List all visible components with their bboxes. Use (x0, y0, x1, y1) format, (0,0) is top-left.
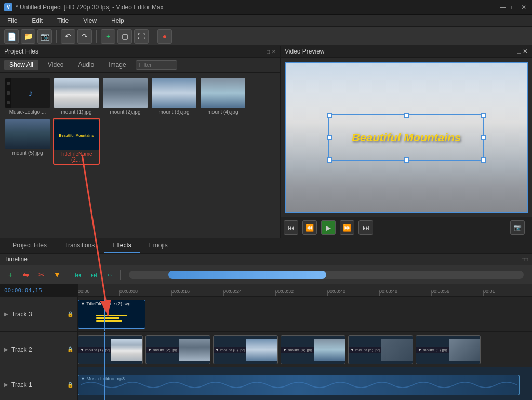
track-2-clip-1[interactable]: ▼ mount (1).jpg (78, 335, 143, 364)
track-2-expand[interactable]: ▶ (4, 346, 8, 352)
project-files-panel: Project Files □ ✕ Show All Video Audio I… (0, 46, 281, 238)
track-3-title-clip[interactable]: ▼ TitleFileName (2).svg (78, 300, 145, 329)
ruler-tick-40 (327, 292, 328, 296)
track-1-expand[interactable]: ▶ (4, 382, 8, 388)
menu-view[interactable]: View (80, 16, 100, 25)
close-button[interactable]: ✕ (520, 3, 528, 11)
fast-forward-button[interactable]: ⏩ (340, 220, 354, 235)
file-item-mount1[interactable]: mount (1).jpg (53, 77, 100, 116)
browse-button[interactable]: 📷 (37, 29, 52, 44)
open-button[interactable]: 📁 (21, 29, 35, 44)
track-2-clip-4[interactable]: ▼ mount (4).jpg (281, 335, 345, 364)
file-item-mount3[interactable]: mount (3).jpg (151, 77, 197, 116)
timecode-text: 00:00:04,15 (4, 287, 42, 294)
title-line-1 (96, 315, 127, 316)
handle-mid-right[interactable] (481, 135, 486, 140)
clip-6-name: mount (1).jpg (423, 348, 447, 352)
filter-button[interactable]: ▼ (51, 269, 63, 281)
panel-close-icon[interactable]: ✕ (272, 49, 276, 55)
track-3-expand[interactable]: ▶ (4, 311, 8, 317)
title-line-2 (96, 317, 119, 319)
track-2-clip-2[interactable]: ▼ mount (2).jpg (145, 335, 210, 364)
file-item-mount4[interactable]: mount (4).jpg (200, 77, 246, 116)
timeline-zoom-bar[interactable] (129, 271, 524, 279)
toolbar-separator-1 (56, 30, 57, 43)
track-2-clip-3[interactable]: ▼ mount (3).jpg (213, 335, 278, 364)
handle-bot-center[interactable] (404, 157, 409, 163)
tab-project-files[interactable]: Project Files (4, 238, 55, 253)
undo-button[interactable]: ↶ (61, 29, 75, 44)
skip-to-end-button[interactable]: ⏭ (358, 220, 373, 235)
handle-bot-left[interactable] (327, 157, 332, 163)
window-controls: — □ ✕ (499, 3, 528, 11)
tab-emojis[interactable]: Emojis (141, 238, 176, 253)
track-2-clip-6[interactable]: ▼ mount (1).jpg (416, 335, 481, 364)
redo-button[interactable]: ↷ (77, 29, 92, 44)
menu-help[interactable]: Help (108, 16, 127, 25)
tab-video[interactable]: Video (43, 60, 69, 70)
file-item-mount5[interactable]: mount (5).jpg (4, 118, 51, 165)
ruler-tick-16 (171, 292, 172, 296)
track-2-content[interactable]: ▼ mount (1).jpg ▼ mount (2).jpg ▼ mo (78, 332, 532, 367)
ruler-tick-8 (119, 292, 120, 296)
rewind-button[interactable]: ⏪ (302, 220, 317, 235)
tab-effects[interactable]: Effects (104, 238, 139, 253)
menu-file[interactable]: File (4, 16, 20, 25)
track-2-lock[interactable]: 🔒 (67, 346, 73, 352)
menu-edit[interactable]: Edit (29, 16, 46, 25)
clip-6-arrow: ▼ (418, 348, 422, 352)
handle-top-right[interactable] (481, 113, 486, 118)
cut-button[interactable]: ✂ (35, 269, 48, 281)
preview-selection-box[interactable] (328, 114, 484, 161)
track-1-lock[interactable]: 🔒 (67, 382, 73, 388)
handle-bot-right[interactable] (481, 157, 486, 163)
menu-title[interactable]: Title (54, 16, 72, 25)
skip-start-button[interactable]: ⏮ (72, 269, 85, 281)
split-button[interactable]: ↔ (103, 269, 116, 281)
handle-mid-left[interactable] (327, 135, 332, 140)
clip-6-body (449, 339, 480, 361)
preview-close-icon[interactable]: ✕ (523, 48, 528, 55)
clip-1-name: mount (1).jpg (85, 348, 110, 352)
ripple-button[interactable]: ⇋ (20, 269, 32, 281)
timeline-expand-icon[interactable]: □□ (522, 257, 528, 262)
new-button[interactable]: 📄 (4, 29, 19, 44)
play-button[interactable]: ▶ (321, 220, 336, 235)
panel-expand-icon[interactable]: □ (267, 49, 270, 55)
snapshot-button[interactable]: 📷 (510, 220, 525, 235)
add-media-button[interactable]: + (101, 29, 115, 44)
skip-end-button[interactable]: ⏭ (88, 269, 100, 281)
video-preview-panel: Video Preview □ ✕ Beautiful Mountains (281, 46, 532, 238)
file-item-music[interactable]: ♪ Music-Letitgo.... (4, 77, 51, 116)
fullscreen-button[interactable]: ⛶ (134, 29, 149, 44)
maximize-button[interactable]: □ (509, 3, 517, 11)
ruler-time-40: 00:00:40 (327, 289, 345, 294)
storyboard-button[interactable]: ▢ (117, 29, 132, 44)
file-item-title[interactable]: Beautiful Mountains TitleFileName (2.... (53, 118, 100, 165)
preview-expand-icon[interactable]: □ (517, 48, 521, 55)
tab-image[interactable]: Image (103, 60, 131, 70)
skip-to-start-button[interactable]: ⏮ (284, 220, 298, 235)
ruler-tick-0 (78, 292, 78, 296)
track-1-content[interactable]: ▼ Music-Letitno.mp3 (78, 367, 532, 400)
file-item-mount2[interactable]: mount (2).jpg (102, 77, 149, 116)
minimize-button[interactable]: — (499, 3, 507, 11)
track-3-lock[interactable]: 🔒 (67, 311, 73, 317)
record-button[interactable]: ● (157, 29, 172, 44)
clip-6-title: ▼ mount (1).jpg (416, 347, 449, 353)
tab-audio[interactable]: Audio (73, 60, 100, 70)
tab-transitions[interactable]: Transitions (56, 238, 103, 253)
track-1-audio-clip[interactable]: ▼ Music-Letitno.mp3 (78, 375, 520, 395)
add-clip-button[interactable]: + (4, 269, 17, 281)
track-3-content[interactable]: ▼ TitleFileName (2).svg (78, 297, 532, 331)
file-name-mount3: mount (3).jpg (159, 109, 190, 115)
tab-show-all[interactable]: Show All (4, 60, 38, 70)
handle-top-left[interactable] (327, 113, 332, 118)
filter-input[interactable] (136, 60, 177, 70)
playhead-track3 (104, 297, 105, 331)
handle-top-center[interactable] (404, 113, 409, 118)
track-2-clip-5[interactable]: ▼ mount (5).jpg (348, 335, 413, 364)
clip-3-body (246, 339, 277, 361)
clip-3-name: mount (3).jpg (220, 348, 245, 352)
panel-collapse-icon[interactable]: ⋯ (518, 243, 524, 249)
